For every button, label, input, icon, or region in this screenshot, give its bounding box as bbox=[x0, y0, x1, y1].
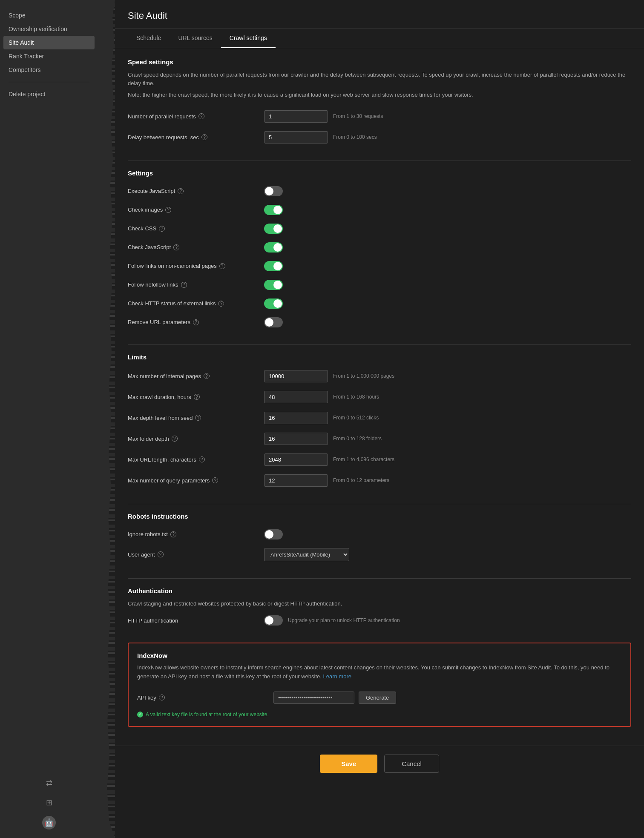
parallel-requests-input[interactable] bbox=[264, 110, 328, 123]
authentication-title: Authentication bbox=[128, 587, 631, 594]
max-depth-input[interactable] bbox=[264, 412, 328, 424]
max-query-params-input[interactable] bbox=[264, 474, 328, 487]
delay-requests-input[interactable] bbox=[264, 131, 328, 143]
max-depth-label: Max depth level from seed ? bbox=[128, 415, 264, 421]
max-url-length-row: Max URL length, characters ? From 1 to 4… bbox=[128, 449, 631, 470]
api-key-help[interactable]: ? bbox=[159, 695, 165, 700]
cancel-button[interactable]: Cancel bbox=[384, 755, 439, 773]
execute-js-toggle[interactable] bbox=[264, 186, 283, 196]
limits-section: Limits Max number of internal pages ? Fr… bbox=[128, 353, 631, 491]
execute-js-toggle-track[interactable] bbox=[264, 186, 283, 196]
remove-url-params-label: Remove URL parameters ? bbox=[128, 319, 264, 325]
sidebar-item-ownership[interactable]: Ownership verification bbox=[0, 22, 98, 36]
authentication-section: Authentication Crawl staging and restric… bbox=[128, 587, 631, 630]
parallel-requests-row: Number of parallel requests ? From 1 to … bbox=[128, 106, 631, 127]
tab-schedule[interactable]: Schedule bbox=[128, 29, 170, 48]
max-url-length-input[interactable] bbox=[264, 453, 328, 466]
max-internal-pages-input[interactable] bbox=[264, 370, 328, 382]
check-images-help[interactable]: ? bbox=[165, 207, 171, 213]
max-crawl-duration-input[interactable] bbox=[264, 391, 328, 403]
speed-settings-title: Speed settings bbox=[128, 58, 631, 66]
max-folder-depth-label: Max folder depth ? bbox=[128, 436, 264, 442]
max-folder-depth-input[interactable] bbox=[264, 433, 328, 445]
tabs-bar: Schedule URL sources Crawl settings bbox=[115, 29, 644, 48]
remove-url-params-toggle[interactable] bbox=[264, 317, 283, 327]
max-url-length-label: Max URL length, characters ? bbox=[128, 456, 264, 463]
sidebar-item-scope[interactable]: Scope bbox=[0, 9, 98, 22]
max-folder-depth-hint: From 0 to 128 folders bbox=[333, 436, 382, 442]
check-http-external-toggle[interactable] bbox=[264, 298, 283, 309]
ignore-robots-row: Ignore robots.txt ? bbox=[128, 525, 631, 544]
sidebar-item-site-audit[interactable]: Site Audit bbox=[3, 36, 95, 49]
robots-title: Robots instructions bbox=[128, 513, 631, 520]
user-agent-help[interactable]: ? bbox=[158, 551, 164, 557]
max-folder-depth-row: Max folder depth ? From 0 to 128 folders bbox=[128, 428, 631, 449]
delay-requests-hint: From 0 to 100 secs bbox=[333, 134, 377, 140]
settings-title: Settings bbox=[128, 169, 631, 177]
max-query-params-help[interactable]: ? bbox=[212, 477, 218, 483]
settings-section: Settings Execute JavaScript ? Check imag… bbox=[128, 169, 631, 332]
follow-links-canonical-toggle[interactable] bbox=[264, 261, 283, 271]
indexnow-title: IndexNow bbox=[137, 652, 622, 659]
footer: Save Cancel bbox=[115, 746, 644, 781]
remove-url-params-help[interactable]: ? bbox=[193, 319, 199, 325]
follow-links-canonical-help[interactable]: ? bbox=[219, 263, 225, 269]
max-depth-hint: From 0 to 512 clicks bbox=[333, 415, 379, 421]
limits-title: Limits bbox=[128, 353, 631, 361]
max-query-params-label: Max number of query parameters ? bbox=[128, 477, 264, 484]
delay-requests-help[interactable]: ? bbox=[201, 134, 207, 140]
tab-crawl-settings[interactable]: Crawl settings bbox=[221, 29, 276, 48]
main-content: Site Audit Schedule URL sources Crawl se… bbox=[115, 0, 644, 838]
check-css-label: Check CSS ? bbox=[128, 225, 264, 232]
success-check-icon: ✓ bbox=[137, 712, 143, 717]
max-internal-pages-help[interactable]: ? bbox=[204, 373, 210, 379]
max-crawl-duration-hint: From 1 to 168 hours bbox=[333, 394, 379, 400]
check-css-toggle[interactable] bbox=[264, 224, 283, 234]
ignore-robots-help[interactable]: ? bbox=[170, 531, 176, 537]
check-js-toggle[interactable] bbox=[264, 242, 283, 253]
max-url-length-help[interactable]: ? bbox=[199, 456, 205, 462]
robots-section: Robots instructions Ignore robots.txt ? … bbox=[128, 513, 631, 565]
check-js-help[interactable]: ? bbox=[173, 244, 179, 250]
max-internal-pages-hint: From 1 to 1,000,000 pages bbox=[333, 373, 394, 379]
parallel-requests-label: Number of parallel requests ? bbox=[128, 113, 264, 120]
check-http-external-help[interactable]: ? bbox=[218, 301, 224, 307]
http-auth-toggle[interactable] bbox=[264, 615, 283, 626]
sidebar-item-competitors[interactable]: Competitors bbox=[0, 63, 98, 77]
indexnow-success-msg: ✓ A valid text key file is found at the … bbox=[137, 712, 622, 717]
http-auth-upgrade-text: Upgrade your plan to unlock HTTP authent… bbox=[288, 617, 400, 623]
grid-icon[interactable]: ⊞ bbox=[43, 796, 55, 809]
translate-icon[interactable]: ⇄ bbox=[43, 777, 55, 789]
user-agent-select[interactable]: AhrefsSiteAudit (Mobile) bbox=[264, 548, 349, 561]
check-images-toggle[interactable] bbox=[264, 205, 283, 215]
max-crawl-duration-help[interactable]: ? bbox=[194, 394, 200, 400]
page-title: Site Audit bbox=[128, 10, 631, 21]
execute-js-row: Execute JavaScript ? bbox=[128, 182, 631, 201]
http-auth-row: HTTP authentication Upgrade your plan to… bbox=[128, 611, 631, 630]
delay-requests-row: Delay between requests, sec ? From 0 to … bbox=[128, 127, 631, 148]
sidebar-item-rank-tracker[interactable]: Rank Tracker bbox=[0, 49, 98, 63]
ignore-robots-label: Ignore robots.txt ? bbox=[128, 531, 264, 537]
max-folder-depth-help[interactable]: ? bbox=[172, 436, 178, 442]
tab-url-sources[interactable]: URL sources bbox=[170, 29, 221, 48]
sidebar-bottom-icons: ⇄ ⊞ 🤖 bbox=[0, 777, 98, 829]
api-key-input[interactable] bbox=[273, 692, 354, 704]
avatar[interactable]: 🤖 bbox=[42, 816, 56, 829]
max-depth-help[interactable]: ? bbox=[195, 415, 201, 421]
sidebar-delete[interactable]: Delete project bbox=[0, 87, 98, 101]
speed-settings-section: Speed settings Crawl speed depends on th… bbox=[128, 58, 631, 148]
indexnow-learn-more[interactable]: Learn more bbox=[323, 673, 351, 680]
ignore-robots-toggle[interactable] bbox=[264, 529, 283, 540]
follow-nofollow-toggle[interactable] bbox=[264, 280, 283, 290]
max-url-length-hint: From 1 to 4,096 characters bbox=[333, 456, 394, 462]
check-css-help[interactable]: ? bbox=[159, 226, 165, 232]
follow-nofollow-help[interactable]: ? bbox=[181, 282, 187, 288]
check-images-row: Check images ? bbox=[128, 201, 631, 219]
api-key-input-group: Generate bbox=[273, 692, 396, 704]
speed-settings-desc: Crawl speed depends on the number of par… bbox=[128, 71, 631, 87]
page-header: Site Audit bbox=[115, 0, 644, 29]
save-button[interactable]: Save bbox=[320, 755, 377, 773]
generate-button[interactable]: Generate bbox=[359, 692, 396, 704]
execute-js-help[interactable]: ? bbox=[178, 188, 184, 194]
parallel-requests-help[interactable]: ? bbox=[198, 113, 204, 119]
